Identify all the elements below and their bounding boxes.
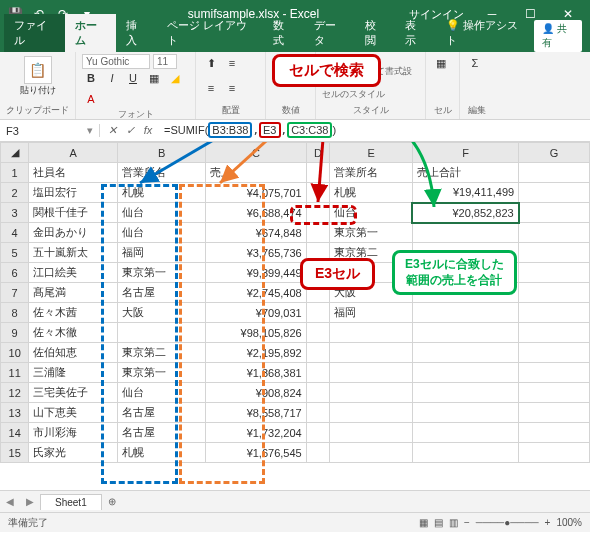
cell[interactable] (117, 323, 206, 343)
sheet-tab[interactable]: Sheet1 (40, 494, 102, 510)
row-header[interactable]: 10 (1, 343, 29, 363)
cell[interactable] (412, 323, 518, 343)
cell[interactable]: ¥1,732,204 (206, 423, 306, 443)
cell[interactable] (519, 383, 590, 403)
cells-icon[interactable]: ▦ (432, 54, 450, 72)
cell[interactable]: ¥3,765,736 (206, 243, 306, 263)
cell[interactable] (306, 203, 330, 223)
align-left-icon[interactable]: ≡ (202, 79, 220, 97)
share-button[interactable]: 👤 共有 (534, 20, 582, 52)
tab-formulas[interactable]: 数式 (263, 14, 304, 52)
cell[interactable]: ¥1,676,545 (206, 443, 306, 463)
cell[interactable]: ¥709,031 (206, 303, 306, 323)
cell[interactable]: 札幌 (117, 443, 206, 463)
cell[interactable] (306, 323, 330, 343)
cell[interactable]: 売上合計 (412, 163, 518, 183)
underline-button[interactable]: U (124, 69, 142, 87)
row-header[interactable]: 7 (1, 283, 29, 303)
cell[interactable] (330, 343, 413, 363)
cell[interactable] (306, 403, 330, 423)
cell[interactable] (519, 203, 590, 223)
cell[interactable]: 仙台 (330, 203, 413, 223)
cell[interactable] (519, 343, 590, 363)
view-normal-icon[interactable]: ▦ (419, 517, 428, 528)
cell[interactable]: 仙台 (117, 383, 206, 403)
cell[interactable] (519, 283, 590, 303)
cell[interactable]: 佐々木茜 (29, 303, 118, 323)
row-header[interactable]: 4 (1, 223, 29, 243)
cell[interactable] (519, 263, 590, 283)
add-sheet-icon[interactable]: ⊕ (102, 496, 122, 507)
cell[interactable] (306, 383, 330, 403)
cell[interactable]: 札幌 (330, 183, 413, 203)
cell[interactable]: ¥908,824 (206, 383, 306, 403)
cell[interactable] (330, 403, 413, 423)
cell[interactable] (412, 403, 518, 423)
cell[interactable]: 金田あかり (29, 223, 118, 243)
cell[interactable]: ¥19,411,499 (412, 183, 518, 203)
cell[interactable]: 佐伯知恵 (29, 343, 118, 363)
cell[interactable] (519, 163, 590, 183)
font-name-combo[interactable]: Yu Gothic (82, 54, 150, 69)
cell[interactable]: ¥6,688,474 (206, 203, 306, 223)
cell[interactable] (519, 363, 590, 383)
cancel-formula-icon[interactable]: ✕ (104, 124, 120, 137)
cell[interactable]: 名古屋 (117, 283, 206, 303)
cell[interactable]: 市川彩海 (29, 423, 118, 443)
cell[interactable] (306, 443, 330, 463)
cell[interactable]: ¥674,848 (206, 223, 306, 243)
row-header[interactable]: 2 (1, 183, 29, 203)
cell[interactable]: 営業所名 (330, 163, 413, 183)
cell[interactable]: ¥1,368,381 (206, 363, 306, 383)
cell[interactable]: 東京第一 (330, 223, 413, 243)
cell[interactable] (306, 423, 330, 443)
cell[interactable] (519, 423, 590, 443)
cell[interactable]: 東京第一 (117, 363, 206, 383)
col-header[interactable]: D (306, 143, 330, 163)
cell[interactable] (412, 363, 518, 383)
select-all-corner[interactable]: ◢ (1, 143, 29, 163)
cell[interactable]: 社員名 (29, 163, 118, 183)
view-page-icon[interactable]: ▤ (434, 517, 443, 528)
font-color-button[interactable]: A (82, 90, 100, 108)
zoom-level[interactable]: 100% (556, 517, 582, 528)
cell[interactable] (412, 303, 518, 323)
tab-home[interactable]: ホーム (65, 14, 116, 52)
cell[interactable]: 名古屋 (117, 423, 206, 443)
fx-icon[interactable]: fx (140, 124, 156, 137)
cell[interactable]: 江口絵美 (29, 263, 118, 283)
sheet-nav-prev-icon[interactable]: ◀ (0, 496, 20, 507)
cell[interactable]: ¥98,105,826 (206, 323, 306, 343)
name-box[interactable]: F3▾ (0, 124, 100, 137)
zoom-in-icon[interactable]: + (545, 517, 551, 528)
cell[interactable] (306, 183, 330, 203)
cell[interactable] (330, 323, 413, 343)
cell[interactable]: 福岡 (117, 243, 206, 263)
editing-icon[interactable]: Σ (466, 54, 484, 72)
cell[interactable] (519, 303, 590, 323)
align-top-icon[interactable]: ⬆ (202, 54, 220, 72)
sheet-nav-next-icon[interactable]: ▶ (20, 496, 40, 507)
zoom-out-icon[interactable]: − (464, 517, 470, 528)
cell[interactable]: ¥20,852,823 (412, 203, 518, 223)
cell[interactable] (306, 163, 330, 183)
tab-review[interactable]: 校閲 (355, 14, 396, 52)
tab-page-layout[interactable]: ページ レイアウト (157, 14, 263, 52)
cell[interactable]: ¥4,075,701 (206, 183, 306, 203)
cell[interactable] (306, 223, 330, 243)
cell[interactable] (330, 423, 413, 443)
chevron-down-icon[interactable]: ▾ (87, 124, 93, 137)
cell[interactable] (519, 443, 590, 463)
cell[interactable] (306, 343, 330, 363)
cell[interactable] (519, 223, 590, 243)
bold-button[interactable]: B (82, 69, 100, 87)
row-header[interactable]: 13 (1, 403, 29, 423)
enter-formula-icon[interactable]: ✓ (122, 124, 138, 137)
col-header[interactable]: E (330, 143, 413, 163)
cell[interactable]: 福岡 (330, 303, 413, 323)
cell[interactable]: 営業所名 (117, 163, 206, 183)
col-header[interactable]: F (412, 143, 518, 163)
border-button[interactable]: ▦ (145, 69, 163, 87)
row-header[interactable]: 12 (1, 383, 29, 403)
cell[interactable] (412, 383, 518, 403)
